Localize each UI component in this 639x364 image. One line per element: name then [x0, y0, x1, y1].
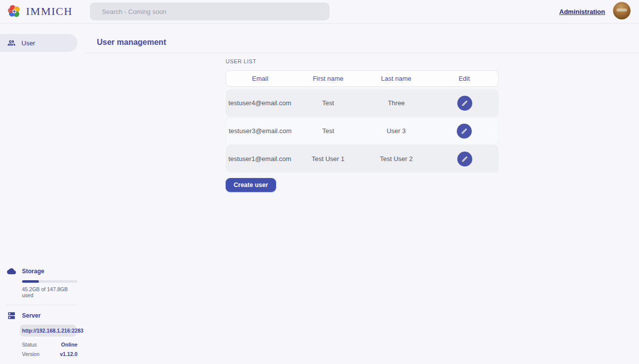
immich-flower-icon — [7, 4, 22, 19]
brand[interactable]: IMMICH — [7, 4, 72, 19]
table-row: testuser1@email.com Test User 1 Test Use… — [226, 145, 499, 173]
top-bar: IMMICH Administration — [0, 0, 639, 23]
status-label: Status — [22, 342, 37, 348]
search-bar[interactable] — [90, 2, 329, 20]
sidebar-item-label: User — [21, 39, 35, 47]
cell-email: testuser1@email.com — [226, 155, 294, 163]
cell-first-name: Test — [294, 127, 362, 135]
create-user-button[interactable]: Create user — [226, 178, 276, 192]
storage-title: Storage — [22, 268, 44, 275]
cell-first-name: Test — [294, 99, 362, 107]
storage-usage-text: 45.2GB of 147.8GB used — [22, 286, 77, 298]
table-row: testuser4@email.com Test Three — [226, 89, 499, 117]
status-badge: Online — [61, 342, 77, 348]
cell-last-name: User 3 — [362, 127, 430, 135]
cell-last-name: Test User 2 — [362, 155, 431, 163]
sidebar-divider — [7, 305, 77, 305]
table-header-row: Email First name Last name Edit — [226, 70, 499, 87]
search-input[interactable] — [90, 2, 329, 20]
cell-email: testuser4@email.com — [226, 99, 294, 107]
pencil-icon — [461, 100, 468, 107]
page-title: User management — [97, 38, 166, 47]
cell-first-name: Test User 1 — [294, 155, 362, 163]
version-value: v1.12.0 — [60, 351, 77, 357]
column-header-first-name: First name — [294, 75, 362, 82]
user-list-label: USER LIST — [226, 58, 256, 64]
storage-progress-bar — [22, 280, 77, 283]
column-header-edit: Edit — [430, 75, 498, 82]
brand-name: IMMICH — [26, 5, 72, 18]
server-version-row: Version v1.12.0 — [22, 351, 77, 357]
sidebar-item-user[interactable]: User — [0, 34, 77, 52]
storage-progress-fill — [22, 280, 39, 283]
version-label: Version — [22, 351, 39, 357]
cloud-icon — [7, 267, 16, 276]
server-status-row: Status Online — [22, 342, 77, 348]
sidebar-status-panel: Storage 45.2GB of 147.8GB used Server ht… — [0, 267, 77, 357]
column-header-email: Email — [226, 75, 294, 82]
edit-user-button[interactable] — [457, 152, 472, 167]
pencil-icon — [461, 156, 468, 163]
server-title: Server — [22, 312, 40, 319]
people-icon — [7, 38, 16, 47]
heading-divider — [85, 53, 639, 53]
table-row: testuser3@email.com Test User 3 — [226, 117, 499, 145]
cell-last-name: Three — [362, 99, 431, 107]
server-header: Server — [0, 311, 77, 320]
sidebar: User Storage 45.2GB of 147.8GB used Serv… — [0, 23, 77, 364]
cell-email: testuser3@email.com — [226, 127, 294, 135]
column-header-last-name: Last name — [362, 75, 430, 82]
pencil-icon — [461, 128, 468, 135]
edit-user-button[interactable] — [457, 124, 472, 139]
administration-link[interactable]: Administration — [559, 8, 605, 15]
edit-user-button[interactable] — [457, 96, 472, 111]
server-icon — [7, 311, 16, 320]
server-url: http://192.168.1.216:2283 — [20, 325, 76, 337]
user-table: Email First name Last name Edit testuser… — [226, 70, 499, 173]
storage-header: Storage — [0, 267, 77, 276]
user-avatar[interactable] — [613, 2, 631, 19]
